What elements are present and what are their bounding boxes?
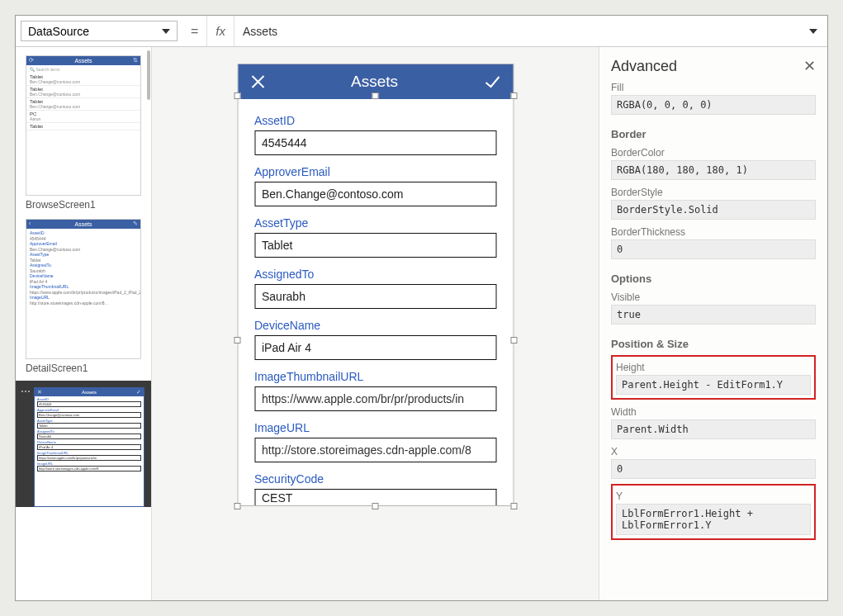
field-assettype: AssetType Tablet (254, 216, 496, 258)
field-assetid: AssetID 4545444 (254, 114, 496, 155)
prop-value-visible[interactable]: true (611, 305, 816, 325)
form-title: Assets (351, 73, 398, 91)
highlight-height: Height Parent.Height - EditForm1.Y (611, 355, 816, 400)
thumb-edit-screen[interactable]: ✕ Assets ✓ AssetID4545444 ApproverEmailB… (34, 387, 144, 507)
close-icon: ✕ (37, 389, 42, 396)
thumb-header: ✕ Assets ✓ (35, 388, 144, 396)
field-input[interactable]: Ben.Change@contoso.com (254, 182, 496, 206)
sort-icon: ⇅ (133, 57, 138, 64)
form-body: AssetID 4545444 ApproverEmail Ben.Change… (238, 99, 513, 505)
formula-expand[interactable] (799, 16, 827, 46)
field-label: AssignedTo (254, 268, 496, 281)
field-devicename: DeviceName iPad Air 4 (254, 319, 496, 360)
prop-value-fill[interactable]: RGBA(0, 0, 0, 0) (611, 95, 816, 115)
prop-label: BorderStyle (611, 187, 816, 198)
thumb-detail-screen[interactable]: ‹ Assets ✎ AssetID4545444 ApproverEmailB… (26, 219, 141, 359)
field-label: AssetID (254, 114, 496, 127)
section-position-size: Position & Size (611, 338, 816, 350)
canvas[interactable]: Assets AssetID 4545444 ApproverEmail Ben… (152, 47, 599, 600)
field-input[interactable]: 4545444 (254, 130, 496, 155)
thumb-browse-screen[interactable]: ⟳ Assets ⇅ 🔍 Search items TabletBen.Chan… (26, 55, 141, 196)
field-label: DeviceName (254, 319, 496, 332)
resize-handle[interactable] (234, 92, 240, 99)
prop-value-x[interactable]: 0 (611, 459, 816, 479)
prop-label: X (611, 446, 816, 457)
more-icon[interactable]: ⋯ (17, 387, 34, 396)
field-label: ImageThumbnailURL (254, 370, 496, 383)
resize-handle[interactable] (234, 503, 240, 509)
refresh-icon: ⟳ (29, 57, 34, 64)
list-item: PCAaron (26, 111, 140, 123)
equals-symbol: = (182, 16, 207, 46)
field-input[interactable]: https://www.apple.com/br/pr/products/in (254, 386, 496, 411)
resize-handle[interactable] (372, 92, 379, 99)
prop-value-width[interactable]: Parent.Width (611, 419, 816, 439)
fx-icon[interactable]: fx (207, 16, 234, 46)
search-placeholder: 🔍 Search items (26, 65, 140, 73)
prop-label: Width (611, 406, 816, 418)
detail-content: AssetID4545444 ApproverEmailBen.Change@c… (26, 229, 140, 307)
thumb-edit-screen-row: ⋯ ✕ Assets ✓ AssetID4545444 ApproverEmai… (16, 381, 151, 507)
advanced-panel: Advanced ✕ Fill RGBA(0, 0, 0, 0) Border … (599, 47, 827, 600)
field-imageurl: ImageURL http://store.storeimages.cdn-ap… (254, 421, 496, 462)
prop-value-bordercolor[interactable]: RGBA(180, 180, 180, 1) (611, 160, 816, 180)
field-imagethumbnailurl: ImageThumbnailURL https://www.apple.com/… (254, 370, 496, 411)
close-icon[interactable]: ✕ (803, 57, 816, 75)
prop-value-y[interactable]: LblFormError1.Height + LblFormError1.Y (616, 504, 811, 535)
field-approveremail: ApproverEmail Ben.Change@contoso.com (254, 165, 496, 206)
back-icon: ‹ (29, 220, 31, 226)
formula-bar: DataSource = fx Assets (16, 16, 827, 47)
resize-handle[interactable] (510, 337, 517, 344)
section-options: Options (611, 272, 816, 285)
chevron-down-icon (162, 29, 170, 34)
thumb-header: ⟳ Assets ⇅ (26, 56, 140, 65)
field-input[interactable]: Tablet (254, 233, 496, 258)
app-window: DataSource = fx Assets ⟳ Assets ⇅ 🔍 Sear… (15, 15, 828, 601)
prop-label: BorderThickness (611, 226, 816, 238)
prop-value-height[interactable]: Parent.Height - EditForm1.Y (616, 375, 811, 395)
field-label: ImageURL (254, 421, 496, 434)
field-label: ApproverEmail (254, 165, 496, 178)
prop-value-borderstyle[interactable]: BorderStyle.Solid (611, 200, 816, 220)
submit-icon[interactable] (483, 73, 501, 91)
scrollbar[interactable] (147, 50, 150, 100)
resize-handle[interactable] (510, 503, 517, 509)
property-name: DataSource (28, 25, 89, 38)
resize-handle[interactable] (510, 92, 517, 99)
screens-panel: ⟳ Assets ⇅ 🔍 Search items TabletBen.Chan… (16, 47, 152, 600)
check-icon: ✓ (136, 389, 141, 396)
field-input[interactable]: Saurabh (254, 284, 496, 309)
list-item: TabletBen.Change@contoso.com (26, 73, 140, 86)
property-selector[interactable]: DataSource (21, 21, 178, 41)
prop-label: Height (616, 362, 811, 373)
field-label: SecurityCode (254, 472, 496, 486)
panel-title: Advanced (611, 58, 677, 75)
edit-screen-preview[interactable]: Assets AssetID 4545444 ApproverEmail Ben… (237, 64, 514, 506)
edit-icon: ✎ (133, 220, 138, 227)
thumb-label: BrowseScreen1 (26, 199, 141, 211)
field-label: AssetType (254, 216, 496, 230)
field-assignedto: AssignedTo Saurabh (254, 268, 496, 309)
field-input[interactable]: http://store.storeimages.cdn-apple.com/8 (254, 438, 496, 462)
formula-input[interactable]: Assets (234, 16, 799, 46)
list-item: TabletBen.Change@contoso.com (26, 86, 140, 98)
cancel-icon[interactable] (249, 73, 266, 90)
prop-label: Visible (611, 291, 816, 303)
list-item: Tablet (26, 123, 140, 130)
prop-label: Fill (611, 82, 816, 93)
section-border: Border (611, 128, 816, 140)
prop-value-borderthickness[interactable]: 0 (611, 239, 816, 259)
prop-label: Y (616, 490, 811, 502)
thumb-header: ‹ Assets ✎ (26, 220, 140, 229)
resize-handle[interactable] (234, 337, 240, 344)
highlight-y: Y LblFormError1.Height + LblFormError1.Y (611, 484, 816, 540)
field-securitycode: SecurityCode CEST (254, 472, 496, 505)
main-area: ⟳ Assets ⇅ 🔍 Search items TabletBen.Chan… (16, 47, 827, 600)
thumb-label: DetailScreen1 (26, 362, 141, 374)
prop-label: BorderColor (611, 147, 816, 159)
list-item: TabletBen.Change@contoso.com (26, 98, 140, 111)
field-input[interactable]: iPad Air 4 (254, 335, 496, 360)
resize-handle[interactable] (372, 503, 379, 509)
